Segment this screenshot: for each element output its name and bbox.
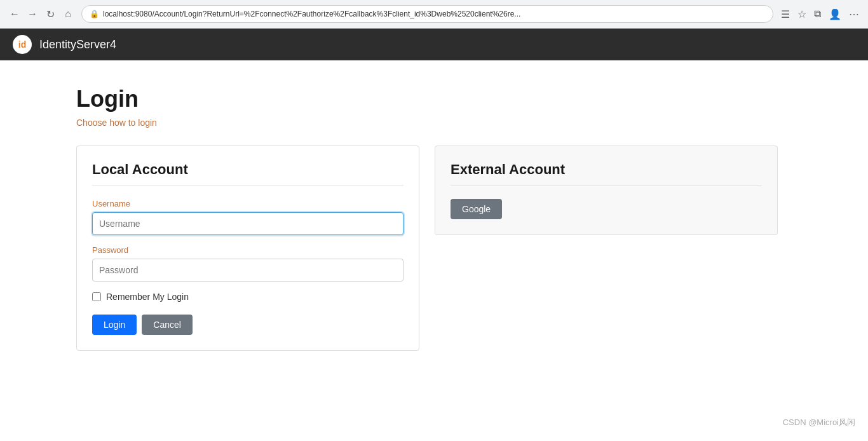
local-account-title: Local Account bbox=[92, 161, 403, 186]
app-title: IdentityServer4 bbox=[39, 38, 116, 51]
page-heading: Login bbox=[76, 86, 792, 112]
app-navbar: id IdentityServer4 bbox=[0, 29, 868, 60]
buttons-row: Login Cancel bbox=[92, 315, 403, 335]
home-button[interactable]: ⌂ bbox=[61, 7, 75, 21]
remember-row: Remember My Login bbox=[92, 292, 403, 302]
refresh-button[interactable]: ↻ bbox=[43, 7, 57, 21]
address-text: localhost:9080/Account/Login?ReturnUrl=%… bbox=[103, 10, 765, 18]
external-account-title: External Account bbox=[451, 161, 762, 186]
username-label: Username bbox=[92, 199, 403, 208]
login-button[interactable]: Login bbox=[92, 315, 137, 335]
password-input[interactable] bbox=[92, 259, 403, 282]
password-label: Password bbox=[92, 245, 403, 255]
username-input[interactable] bbox=[92, 212, 403, 235]
logo-text: id bbox=[18, 39, 26, 50]
page-subtitle: Choose how to login bbox=[76, 118, 792, 128]
browser-icons: ☰ ☆ ⧉ 👤 ⋯ bbox=[780, 7, 860, 22]
external-account-panel: External Account Google bbox=[435, 146, 778, 235]
lock-icon: 🔒 bbox=[90, 10, 99, 18]
panels-row: Local Account Username Password Remember… bbox=[76, 146, 792, 351]
google-button[interactable]: Google bbox=[451, 199, 502, 219]
forward-button[interactable]: → bbox=[25, 7, 39, 21]
cancel-button[interactable]: Cancel bbox=[142, 315, 193, 335]
back-button[interactable]: ← bbox=[8, 7, 22, 21]
nav-buttons: ← → ↻ ⌂ bbox=[8, 7, 75, 21]
address-bar[interactable]: 🔒 localhost:9080/Account/Login?ReturnUrl… bbox=[81, 5, 773, 23]
username-group: Username bbox=[92, 199, 403, 235]
extensions-icon[interactable]: ☰ bbox=[780, 7, 791, 22]
settings-icon[interactable]: ⋯ bbox=[848, 7, 860, 22]
profile-icon[interactable]: 👤 bbox=[827, 7, 843, 22]
remember-checkbox[interactable] bbox=[92, 292, 101, 301]
remember-label[interactable]: Remember My Login bbox=[106, 292, 189, 302]
main-content: Login Choose how to login Local Account … bbox=[0, 60, 868, 376]
collections-icon[interactable]: ⧉ bbox=[813, 7, 822, 21]
app-logo: id bbox=[13, 35, 32, 54]
password-group: Password bbox=[92, 245, 403, 282]
favorites-icon[interactable]: ☆ bbox=[796, 7, 808, 22]
local-account-panel: Local Account Username Password Remember… bbox=[76, 146, 419, 351]
browser-chrome: ← → ↻ ⌂ 🔒 localhost:9080/Account/Login?R… bbox=[0, 0, 868, 29]
